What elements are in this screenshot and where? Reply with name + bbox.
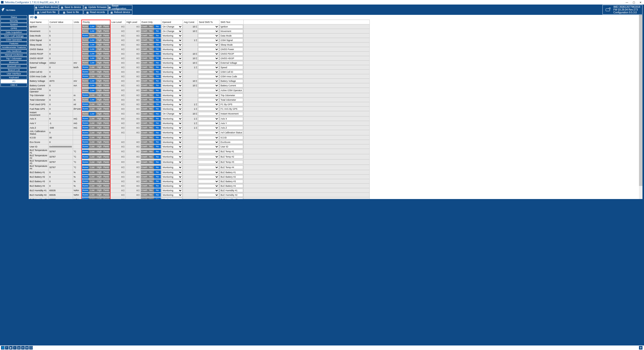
low-level-input[interactable] xyxy=(111,171,123,174)
spinner[interactable]: ▲▼ xyxy=(138,122,140,125)
priority-panic[interactable]: Panic xyxy=(103,84,110,87)
priority-panic[interactable]: Panic xyxy=(103,175,110,179)
priority-selector[interactable]: NoneLowHighPanic xyxy=(82,131,110,135)
toolbar-reboot-device[interactable]: ▦Reboot device xyxy=(108,10,132,15)
event-only-crash[interactable]: Crash xyxy=(141,79,147,83)
priority-none[interactable]: None xyxy=(82,117,89,121)
event-only-crash[interactable]: Crash xyxy=(141,98,147,102)
spinner[interactable]: ▲▼ xyxy=(138,48,140,51)
sms-text-input[interactable] xyxy=(220,180,243,183)
priority-panic[interactable]: Panic xyxy=(103,29,110,33)
priority-selector[interactable]: NoneLowHighPanic xyxy=(82,175,110,179)
priority-high[interactable]: High xyxy=(96,193,103,197)
toolbar-load-from-device[interactable]: ▦Load from device xyxy=(34,5,58,10)
sidebar-item-obd-ii[interactable]: OBD II xyxy=(1,83,27,87)
spinner[interactable]: ▲▼ xyxy=(196,118,197,120)
event-only-crash[interactable]: Crash xyxy=(141,25,147,28)
spinner[interactable]: ▲▼ xyxy=(138,75,140,78)
priority-low[interactable]: Low xyxy=(89,160,96,164)
event-only-crash[interactable]: Crash xyxy=(141,38,147,42)
event-only-crash[interactable]: Crash xyxy=(141,56,147,60)
spinner[interactable]: ▲▼ xyxy=(123,189,125,192)
priority-low[interactable]: Low xyxy=(89,43,96,47)
priority-low[interactable]: Low xyxy=(89,175,96,179)
sms-text-input[interactable] xyxy=(220,89,243,92)
event-only-no[interactable]: No xyxy=(154,126,161,130)
high-level-input[interactable] xyxy=(126,194,138,196)
low-level-input[interactable] xyxy=(111,99,123,101)
sms-text-input[interactable] xyxy=(220,166,243,169)
priority-panic[interactable]: Panic xyxy=(103,65,110,69)
send-sms-select[interactable] xyxy=(198,43,219,47)
event-only-yes[interactable]: Yes xyxy=(147,65,154,69)
event-only-crash[interactable]: Crash xyxy=(141,121,147,125)
priority-high[interactable]: High xyxy=(96,170,103,174)
high-level-input[interactable] xyxy=(126,141,138,143)
low-level-input[interactable] xyxy=(111,189,123,192)
operand-select[interactable]: MonitoringOn Change xyxy=(162,70,182,74)
priority-panic[interactable]: Panic xyxy=(103,179,110,183)
priority-high[interactable]: High xyxy=(96,112,103,116)
operand-select[interactable]: MonitoringOn Change xyxy=(162,198,182,199)
event-only-crash[interactable]: Crash xyxy=(141,145,147,148)
priority-none[interactable]: None xyxy=(82,121,89,125)
priority-selector[interactable]: NoneLowHighPanic xyxy=(82,145,110,148)
avg-const-input[interactable] xyxy=(184,25,195,28)
priority-high[interactable]: High xyxy=(96,184,103,188)
priority-none[interactable]: None xyxy=(82,155,89,159)
send-sms-select[interactable] xyxy=(198,38,219,42)
priority-high[interactable]: High xyxy=(96,102,103,106)
low-level-input[interactable] xyxy=(111,166,123,169)
toolbar-load-from-file[interactable]: ▦Load from file xyxy=(34,10,58,15)
spinner[interactable]: ▲▼ xyxy=(123,39,125,42)
avg-const-input[interactable] xyxy=(184,66,195,69)
priority-high[interactable]: High xyxy=(96,56,103,60)
low-level-input[interactable] xyxy=(111,94,123,97)
priority-panic[interactable]: Panic xyxy=(103,131,110,135)
spinner[interactable]: ▲▼ xyxy=(123,84,125,87)
sms-text-input[interactable] xyxy=(220,126,243,130)
event-only-selector[interactable]: CrashYesNo xyxy=(141,160,161,164)
toolbar-update-firmware[interactable]: ▦Update firmware xyxy=(84,5,108,10)
high-level-input[interactable] xyxy=(126,25,138,28)
priority-none[interactable]: None xyxy=(82,43,89,47)
spinner[interactable]: ▲▼ xyxy=(123,141,125,143)
avg-const-input[interactable] xyxy=(184,118,195,120)
event-only-selector[interactable]: CrashYesNo xyxy=(141,52,161,56)
send-sms-select[interactable] xyxy=(198,75,219,78)
sidebar-item-status[interactable]: Status xyxy=(1,15,27,19)
event-only-selector[interactable]: CrashYesNo xyxy=(141,56,161,60)
event-only-no[interactable]: No xyxy=(154,84,161,87)
event-only-yes[interactable]: Yes xyxy=(147,107,154,111)
event-only-selector[interactable]: CrashYesNo xyxy=(141,112,161,116)
spinner[interactable]: ▲▼ xyxy=(138,44,140,46)
spinner[interactable]: ▲▼ xyxy=(138,194,140,196)
event-only-yes[interactable]: Yes xyxy=(147,25,154,28)
priority-selector[interactable]: NoneLowHighPanic xyxy=(82,89,110,92)
operand-select[interactable]: MonitoringOn Change xyxy=(162,171,182,174)
priority-selector[interactable]: NoneLowHighPanic xyxy=(82,160,110,164)
operand-select[interactable]: MonitoringOn Change xyxy=(162,75,182,78)
event-only-crash[interactable]: Crash xyxy=(141,188,147,192)
low-level-input[interactable] xyxy=(111,103,123,106)
spinner[interactable]: ▲▼ xyxy=(138,57,140,60)
event-only-selector[interactable]: CrashYesNo xyxy=(141,184,161,188)
low-level-input[interactable] xyxy=(111,141,123,143)
operand-select[interactable]: MonitoringOn Change xyxy=(162,48,182,51)
send-sms-select[interactable] xyxy=(198,29,219,33)
sms-text-input[interactable] xyxy=(220,175,243,179)
high-level-input[interactable] xyxy=(126,48,138,51)
priority-panic[interactable]: Panic xyxy=(103,89,110,92)
priority-panic[interactable]: Panic xyxy=(103,193,110,197)
sms-text-input[interactable] xyxy=(220,66,243,69)
event-only-selector[interactable]: CrashYesNo xyxy=(141,29,161,33)
priority-high[interactable]: High xyxy=(96,107,103,111)
event-only-yes[interactable]: Yes xyxy=(147,170,154,174)
event-only-selector[interactable]: CrashYesNo xyxy=(141,25,161,28)
event-only-no[interactable]: No xyxy=(154,136,161,139)
toolbar-reset-configuration[interactable]: ▦Reset configuration xyxy=(108,5,132,10)
spinner[interactable]: ▲▼ xyxy=(196,39,197,42)
priority-selector[interactable]: NoneLowHighPanic xyxy=(82,52,110,56)
spinner[interactable]: ▲▼ xyxy=(138,127,140,129)
operand-select[interactable]: MonitoringOn Change xyxy=(162,180,182,183)
